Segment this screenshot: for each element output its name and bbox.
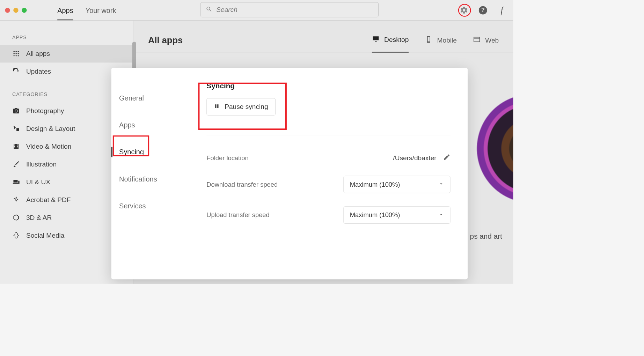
- desktop-icon: [372, 35, 380, 44]
- syncing-section-highlight-annotation: [198, 83, 286, 130]
- svg-point-4: [15, 53, 16, 54]
- search-input[interactable]: [216, 6, 373, 14]
- acrobat-icon: [12, 196, 20, 203]
- sidebar-section-apps: APPS: [0, 32, 133, 45]
- sidebar-item-label: All apps: [26, 50, 50, 58]
- download-speed-row: Download transfer speed Maximum (100%): [206, 176, 450, 193]
- prefs-tab-general[interactable]: General: [111, 84, 189, 111]
- maximize-window-button[interactable]: [22, 8, 27, 13]
- prefs-tab-notifications[interactable]: Notifications: [111, 165, 189, 192]
- upload-speed-label: Upload transfer speed: [206, 211, 269, 219]
- hero-caption: ps and art: [470, 232, 502, 241]
- close-window-button[interactable]: [5, 8, 10, 13]
- preferences-nav: General Apps Syncing Notifications Servi…: [111, 68, 189, 279]
- search-icon: [206, 6, 216, 14]
- hero-image: [469, 73, 513, 223]
- svg-point-1: [15, 51, 16, 52]
- preferences-dialog: General Apps Syncing Notifications Servi…: [111, 68, 468, 279]
- download-speed-label: Download transfer speed: [206, 181, 278, 188]
- sidebar-item-label: UI & UX: [26, 178, 50, 186]
- cube-icon: [12, 214, 20, 221]
- sidebar-item-label: Acrobat & PDF: [26, 196, 71, 203]
- tab-desktop[interactable]: Desktop: [372, 35, 409, 52]
- tab-mobile[interactable]: Mobile: [425, 35, 457, 52]
- syncing-tab-highlight-annotation: [113, 135, 149, 156]
- upload-speed-select[interactable]: Maximum (100%): [343, 206, 450, 223]
- grid-icon: [12, 50, 20, 58]
- header-tabs: Apps Your work: [57, 0, 116, 20]
- window-controls: [5, 8, 27, 13]
- folder-location-row: Folder location /Users/dbaxter: [206, 154, 450, 163]
- chevron-down-icon: [438, 181, 444, 188]
- upload-speed-row: Upload transfer speed Maximum (100%): [206, 206, 450, 223]
- download-speed-value: Maximum (100%): [350, 181, 400, 188]
- svg-point-0: [13, 51, 14, 52]
- prefs-tab-apps[interactable]: Apps: [111, 112, 189, 139]
- devices-icon: [12, 178, 20, 186]
- sidebar-item-label: 3D & AR: [26, 214, 52, 221]
- sidebar-item-label: Photography: [26, 107, 64, 114]
- svg-point-6: [13, 55, 14, 56]
- folder-location-label: Folder location: [206, 154, 248, 162]
- sidebar-item-all-apps[interactable]: All apps: [0, 45, 133, 62]
- sync-settings: Folder location /Users/dbaxter Download …: [206, 135, 450, 223]
- mobile-icon: [425, 36, 433, 45]
- help-icon[interactable]: ?: [479, 6, 487, 14]
- film-icon: [12, 142, 20, 150]
- fonts-icon[interactable]: f: [497, 6, 506, 15]
- web-icon: [473, 36, 481, 45]
- sidebar-item-label: Design & Layout: [26, 125, 75, 132]
- globe-icon: [12, 231, 20, 239]
- svg-point-5: [18, 53, 19, 54]
- svg-point-3: [13, 53, 14, 54]
- upload-speed-value: Maximum (100%): [350, 211, 400, 219]
- prefs-tab-services[interactable]: Services: [111, 193, 189, 220]
- refresh-icon: [12, 68, 20, 75]
- shapes-icon: [12, 125, 20, 132]
- minimize-window-button[interactable]: [13, 8, 18, 13]
- svg-point-7: [15, 55, 16, 56]
- svg-point-2: [18, 51, 19, 52]
- page-title: All apps: [148, 35, 183, 52]
- platform-tabs: Desktop Mobile Web: [372, 35, 499, 52]
- gear-highlight-annotation: [458, 4, 471, 17]
- svg-point-8: [18, 55, 19, 56]
- main-header: All apps Desktop Mobile Web: [134, 21, 513, 53]
- tab-your-work[interactable]: Your work: [86, 0, 116, 20]
- brush-icon: [12, 160, 20, 168]
- sidebar-item-label: Illustration: [26, 160, 57, 168]
- chevron-down-icon: [438, 211, 444, 219]
- camera-icon: [12, 107, 20, 114]
- sidebar-item-label: Social Media: [26, 231, 65, 239]
- download-speed-select[interactable]: Maximum (100%): [343, 176, 450, 193]
- app-header: Apps Your work ? f: [0, 0, 513, 21]
- sidebar-item-label: Video & Motion: [26, 142, 71, 150]
- tab-apps[interactable]: Apps: [57, 0, 73, 20]
- edit-folder-button[interactable]: [443, 154, 451, 163]
- sidebar-item-label: Updates: [26, 68, 51, 75]
- tab-web[interactable]: Web: [473, 35, 499, 52]
- search-field[interactable]: [200, 2, 379, 17]
- folder-location-value: /Users/dbaxter: [393, 154, 436, 162]
